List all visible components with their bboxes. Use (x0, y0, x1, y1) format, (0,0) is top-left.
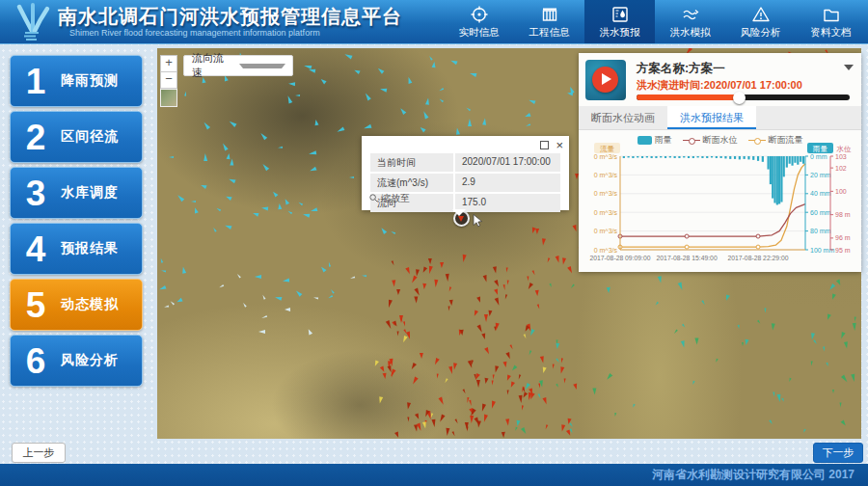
flow-arrow (561, 257, 566, 265)
flow-arrow (428, 55, 432, 60)
flow-arrow (851, 374, 855, 383)
flow-arrow (502, 432, 505, 438)
svg-text:0 m^3/s: 0 m^3/s (594, 247, 618, 254)
flow-arrow (463, 389, 467, 393)
tab-flood-forecast-result[interactable]: 洪水预报结果 (667, 106, 756, 129)
flow-arrow (461, 255, 466, 263)
map-zoom-in-button[interactable]: + (160, 55, 177, 72)
sidebar-item-rainfall-forecast[interactable]: 1 降雨预测 (10, 55, 143, 107)
sidebar-item-reservoir-dispatch[interactable]: 3 水库调度 (10, 167, 143, 219)
prev-step-button[interactable]: 上一步 (12, 443, 66, 463)
svg-text:水位: 水位 (836, 145, 853, 153)
svg-text:96 m: 96 m (835, 234, 851, 241)
flow-arrow (482, 415, 488, 423)
nav-tab-documents[interactable]: 资料文档 (796, 0, 866, 43)
flow-arrow (224, 224, 231, 230)
flow-arrow (275, 295, 283, 301)
warning-triangle-icon (751, 5, 771, 24)
flow-arrow (492, 374, 495, 379)
flow-arrow (516, 419, 521, 426)
nav-tab-realtime[interactable]: 实时信息 (444, 0, 514, 43)
flow-arrow (826, 314, 831, 321)
flow-arrow (380, 365, 386, 372)
flow-arrow (839, 332, 845, 339)
flow-arrow (502, 284, 505, 290)
layer-select-dropdown[interactable]: 流向流速 (183, 55, 293, 76)
flow-arrow (160, 257, 164, 262)
flow-arrow (840, 403, 842, 408)
nav-tab-flood-simulation[interactable]: 洪水模拟 (655, 0, 725, 43)
flow-arrow (510, 344, 514, 349)
svg-text:98 m: 98 m (835, 211, 851, 218)
flood-forecast-icon (610, 5, 630, 24)
flow-arrow (844, 341, 849, 349)
flow-arrow (518, 375, 521, 380)
app-window: 南水北调石门河洪水预报管理信息平台 Shimen River flood for… (0, 0, 868, 486)
nav-tab-project[interactable]: 工程信息 (514, 0, 584, 43)
flow-arrow (353, 68, 360, 74)
play-button[interactable] (592, 67, 618, 93)
forecast-panel: 方案名称:方案一 洪水演进时间:2020/07/01 17:00:00 断面水位… (579, 53, 861, 272)
next-step-button[interactable]: 下一步 (813, 443, 863, 463)
flow-arrow (465, 422, 469, 430)
svg-text:102: 102 (835, 165, 847, 172)
maximize-icon[interactable] (540, 141, 549, 149)
flow-arrow (745, 339, 749, 346)
map-zoom-out-button[interactable]: − (160, 71, 177, 89)
zoom-to-link[interactable]: 缩放至 (369, 192, 410, 205)
tab-section-water-animation[interactable]: 断面水位动画 (579, 106, 667, 129)
flow-arrow (559, 366, 564, 374)
sidebar-item-interval-runoff[interactable]: 2 区间径流 (10, 111, 143, 163)
flow-arrow (163, 306, 168, 309)
flow-arrow (215, 206, 220, 210)
flow-arrow (509, 382, 515, 389)
flow-arrow (184, 92, 187, 96)
nav-tab-flood-forecast[interactable]: 洪水预报 (584, 0, 655, 43)
panel-tabs: 断面水位动画 洪水预报结果 (579, 106, 861, 130)
sidebar-item-forecast-result[interactable]: 4 预报结果 (10, 223, 143, 275)
flow-arrow (255, 274, 261, 278)
flow-arrow (427, 258, 431, 264)
flow-arrow (455, 127, 460, 135)
basemap-switcher[interactable] (160, 89, 177, 107)
close-icon[interactable]: × (556, 141, 563, 149)
flow-arrow (310, 207, 317, 213)
flow-arrow (803, 429, 806, 433)
svg-text:雨量: 雨量 (812, 145, 828, 153)
flow-arrow (777, 393, 782, 401)
progress-handle[interactable] (733, 92, 746, 104)
flow-arrow (592, 388, 596, 394)
flow-arrow (431, 419, 436, 427)
flow-arrow (419, 125, 425, 132)
flow-arrow (169, 156, 174, 158)
flow-arrow (481, 334, 486, 340)
flow-arrow (606, 373, 613, 381)
flow-arrow (490, 400, 496, 409)
nav-tab-risk-analysis[interactable]: 风险分析 (725, 0, 796, 43)
flow-arrow (607, 287, 610, 293)
flow-arrow (454, 418, 458, 423)
flow-arrow (392, 260, 395, 265)
sidebar-item-dynamic-simulation[interactable]: 5 动态模拟 (10, 279, 143, 331)
flow-arrow (176, 194, 184, 202)
main-nav: 实时信息 工程信息 洪水预报 (444, 0, 866, 43)
flow-arrow (555, 342, 559, 348)
flow-arrow (559, 424, 564, 432)
flow-arrow (715, 358, 718, 362)
flow-arrow (260, 162, 268, 171)
realtime-target-icon (470, 5, 489, 24)
flow-arrow (532, 270, 536, 275)
flow-arrow (258, 330, 265, 334)
flow-arrow (176, 297, 182, 303)
sidebar-item-risk-analysis[interactable]: 6 风险分析 (10, 335, 143, 387)
flow-arrow (827, 363, 829, 366)
playback-slider[interactable] (637, 94, 850, 100)
progress-fill (637, 94, 739, 100)
chevron-down-icon[interactable] (844, 65, 854, 70)
flow-arrow (494, 365, 499, 373)
flow-arrow (161, 270, 166, 273)
flow-arrow (495, 298, 502, 307)
flow-arrow (431, 61, 436, 67)
flow-arrow (405, 267, 411, 275)
flow-arrow (757, 320, 761, 324)
